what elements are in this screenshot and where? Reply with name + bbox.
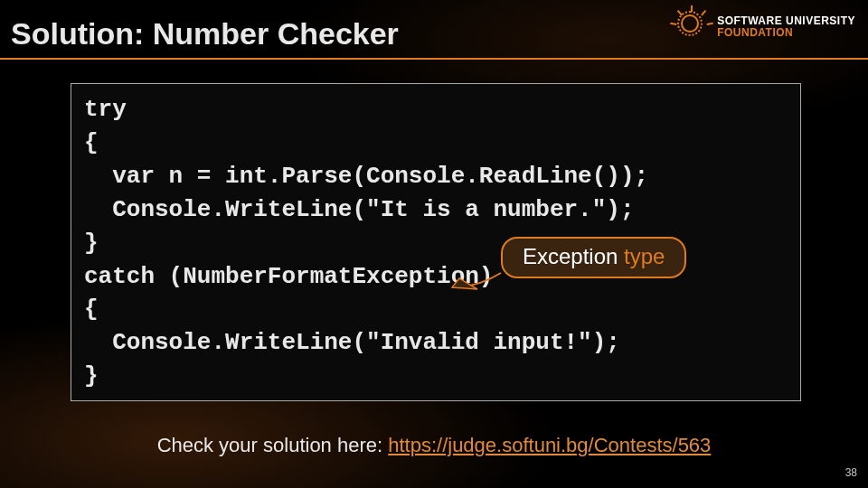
judge-link[interactable]: https://judge.softuni.bg/Contests/563 bbox=[388, 434, 711, 456]
title-underline bbox=[0, 58, 868, 60]
callout-emphasis: type bbox=[624, 244, 665, 268]
code-line: Console.WriteLine("It is a number."); bbox=[84, 196, 635, 223]
code-line: Console.WriteLine("Invalid input!"); bbox=[84, 329, 620, 356]
code-line: catch (NumberFormatException) bbox=[84, 263, 493, 290]
code-line: { bbox=[84, 296, 99, 323]
brand-logo: SOFTWARE UNIVERSITY FOUNDATION bbox=[674, 9, 855, 45]
lightbulb-gear-icon bbox=[674, 9, 710, 45]
code-line: } bbox=[84, 362, 99, 389]
slide-title-wrap: Solution: Number Checker bbox=[11, 16, 399, 52]
exception-type-callout: Exception type bbox=[501, 237, 686, 278]
page-number: 38 bbox=[845, 466, 857, 479]
footer-prefix: Check your solution here: bbox=[157, 434, 389, 456]
code-line: } bbox=[84, 230, 99, 257]
callout-connector bbox=[450, 271, 505, 291]
callout-text: Exception bbox=[523, 244, 624, 268]
footer-note: Check your solution here: https://judge.… bbox=[0, 434, 868, 457]
slide-title: Solution: Number Checker bbox=[11, 16, 399, 52]
code-block: try { var n = int.Parse(Console.ReadLine… bbox=[71, 83, 801, 401]
code-line: try bbox=[84, 96, 127, 123]
code-line: { bbox=[84, 129, 99, 156]
brand-text: SOFTWARE UNIVERSITY FOUNDATION bbox=[717, 15, 855, 38]
code-line: var n = int.Parse(Console.ReadLine()); bbox=[84, 163, 648, 190]
brand-line2: FOUNDATION bbox=[717, 27, 855, 39]
